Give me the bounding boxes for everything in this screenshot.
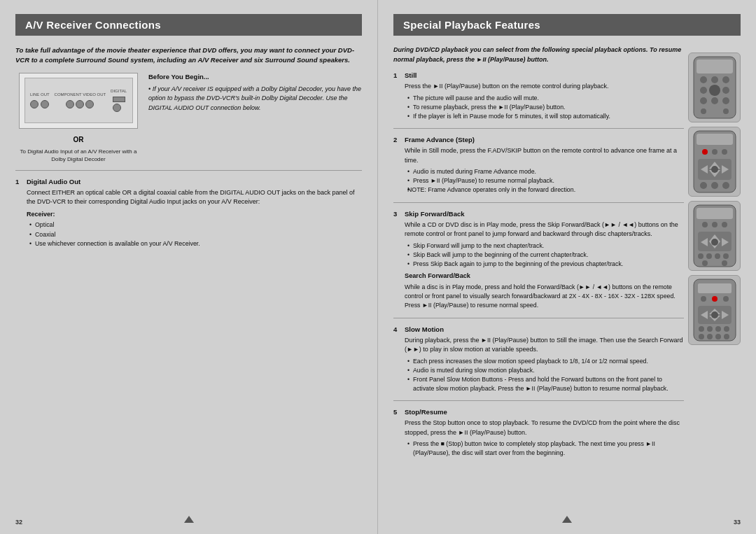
svg-rect-45: [698, 283, 732, 293]
svg-point-54: [711, 311, 718, 318]
svg-point-23: [711, 166, 718, 173]
svg-point-2: [700, 76, 707, 83]
svg-point-15: [702, 149, 708, 155]
before-begin-label: Before You Begin...: [148, 73, 362, 80]
svg-point-48: [723, 296, 729, 302]
skip-bullets: Skip Forward will jump to the next chapt…: [405, 241, 684, 269]
svg-point-25: [711, 182, 718, 189]
svg-rect-28: [696, 208, 733, 219]
slow-motion-bullets: Each press increases the slow motion spe…: [405, 357, 684, 394]
digital-audio-bullets: Optical Coaxial Use whichever connection…: [27, 220, 362, 248]
port-icon: [113, 97, 125, 102]
svg-point-16: [712, 149, 718, 155]
svg-point-61: [715, 334, 721, 339]
svg-point-43: [722, 260, 727, 266]
right-intro: During DVD/CD playback you can select fr…: [393, 45, 684, 64]
divider-5: [393, 400, 684, 401]
remote-images: [688, 52, 741, 464]
svg-point-6: [709, 85, 720, 96]
svg-point-55: [699, 326, 704, 332]
svg-point-9: [711, 97, 718, 104]
digital-audio-body: Connect EITHER an optical cable OR a dig…: [15, 188, 362, 248]
svg-point-24: [700, 182, 707, 189]
still-bullets: The picture will pause and the audio wil…: [405, 94, 684, 122]
port-icon: [113, 104, 121, 112]
device-caption: To Digital Audio Input of an A/V Receive…: [15, 148, 141, 163]
left-panel: A/V Receiver Connections To take full ad…: [0, 0, 378, 534]
svg-point-62: [724, 334, 729, 339]
svg-point-10: [722, 97, 729, 104]
svg-point-31: [722, 222, 727, 227]
port-icon: [41, 100, 49, 108]
svg-point-37: [711, 239, 718, 246]
svg-point-60: [707, 334, 713, 339]
still-section: 1 Still Press the ►II (Play/Pause) butto…: [393, 71, 684, 121]
svg-point-39: [706, 253, 712, 259]
svg-point-17: [722, 149, 727, 155]
port-icon: [30, 100, 38, 108]
svg-point-12: [723, 108, 729, 114]
divider-3: [393, 202, 684, 203]
svg-rect-14: [696, 134, 733, 145]
nav-triangle-left: [184, 516, 194, 523]
or-label: OR: [74, 136, 84, 143]
svg-point-5: [700, 87, 707, 94]
svg-point-47: [712, 296, 718, 302]
stop-resume-section: 5 Stop/Resume Press the Stop button once…: [393, 408, 684, 458]
svg-point-59: [699, 334, 704, 339]
svg-point-29: [702, 222, 708, 227]
svg-point-41: [723, 253, 729, 259]
svg-point-57: [715, 326, 721, 332]
slow-motion-section: 4 Slow Motion During playback, press the…: [393, 325, 684, 394]
svg-point-42: [702, 260, 708, 266]
divider: [15, 170, 362, 171]
page-number-left: 32: [15, 519, 22, 526]
svg-point-56: [707, 326, 713, 332]
port-icon: [66, 100, 74, 108]
bullet-use-whichever: Use whichever connection is available on…: [29, 239, 362, 248]
svg-rect-1: [696, 59, 733, 73]
left-intro-text: To take full advantage of the movie thea…: [15, 45, 362, 66]
device-diagram: LINE OUT COMPONENT VIDEO OUT: [19, 73, 138, 129]
svg-point-8: [700, 97, 707, 104]
nav-triangle-right: [562, 516, 572, 523]
page-number-right: 33: [734, 519, 741, 526]
bullet-optical: Optical: [29, 220, 362, 230]
bullet-coaxial: Coaxial: [29, 230, 362, 239]
skip-section: 3 Skip Forward/Back While a CD or DVD di…: [393, 210, 684, 311]
page: A/V Receiver Connections To take full ad…: [0, 0, 756, 534]
left-section-header: A/V Receiver Connections: [15, 14, 362, 36]
svg-point-40: [715, 253, 720, 259]
svg-point-46: [701, 296, 706, 302]
divider-2: [393, 128, 684, 129]
remote-image-2: [688, 127, 741, 197]
remote-image-3: [688, 201, 741, 271]
remote-image-4: [688, 275, 741, 345]
svg-point-4: [722, 76, 729, 83]
port-icon: [85, 100, 94, 108]
right-panel: Special Playback Features During DVD/CD …: [378, 0, 756, 534]
italic-note: • If your A/V receiver IS equipped with …: [148, 85, 362, 113]
right-section-header: Special Playback Features: [393, 14, 741, 36]
right-content: During DVD/CD playback you can select fr…: [393, 45, 684, 464]
frame-advance-section: 2 Frame Advance (Step) While in Still mo…: [393, 136, 684, 195]
frame-advance-bullets: Audio is muted during Frame Advance mode…: [405, 167, 684, 195]
svg-point-11: [701, 108, 706, 114]
digital-audio-title: 1 Digital Audio Out: [15, 178, 362, 185]
svg-point-26: [722, 182, 729, 189]
divider-4: [393, 318, 684, 318]
stop-resume-bullets: Press the ■ (Stop) button twice to compl…: [405, 440, 684, 458]
digital-audio-section: 1 Digital Audio Out Connect EITHER an op…: [15, 178, 362, 248]
svg-point-58: [724, 326, 729, 332]
svg-point-30: [712, 222, 718, 227]
remote-image-1: [688, 52, 741, 122]
svg-point-3: [711, 76, 718, 83]
port-icon: [76, 100, 84, 108]
svg-point-7: [722, 87, 729, 94]
svg-point-38: [698, 253, 704, 259]
